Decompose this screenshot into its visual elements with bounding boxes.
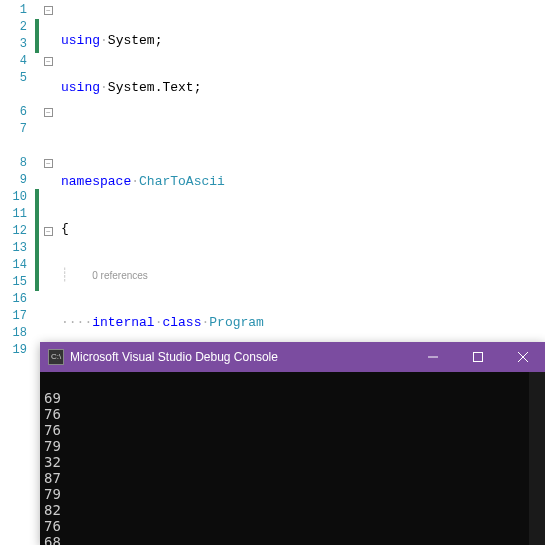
debug-console-window: C:\ Microsoft Visual Studio Debug Consol…: [40, 342, 545, 545]
code-line: using·System;: [61, 32, 545, 49]
code-area[interactable]: using·System; using·System.Text; namespa…: [61, 0, 545, 342]
fold-toggle-icon[interactable]: −: [44, 108, 53, 117]
fold-column: − − − − −: [41, 0, 61, 342]
maximize-button[interactable]: [455, 342, 500, 372]
code-line: using·System.Text;: [61, 79, 545, 96]
fold-toggle-icon[interactable]: −: [44, 57, 53, 66]
fold-toggle-icon[interactable]: −: [44, 159, 53, 168]
console-app-icon: C:\: [48, 349, 64, 365]
code-line: {: [61, 220, 545, 237]
codelens-references[interactable]: ┊ 0 references: [61, 267, 545, 284]
fold-toggle-icon[interactable]: −: [44, 227, 53, 236]
code-line: ····internal·class·Program: [61, 314, 545, 331]
code-line: namespace·CharToAscii: [61, 173, 545, 190]
code-line: [61, 126, 545, 143]
console-titlebar[interactable]: C:\ Microsoft Visual Studio Debug Consol…: [40, 342, 545, 372]
minimize-button[interactable]: [410, 342, 455, 372]
console-scrollbar[interactable]: [529, 372, 545, 545]
close-button[interactable]: [500, 342, 545, 372]
fold-toggle-icon[interactable]: −: [44, 6, 53, 15]
console-output[interactable]: 69 76 76 79 32 87 79 82 76 68: [40, 372, 545, 545]
line-number-gutter: 1 2 3 4 5 6 7 8 9 10 11 12 13 14 15 16 1…: [0, 0, 35, 342]
code-editor[interactable]: 1 2 3 4 5 6 7 8 9 10 11 12 13 14 15 16 1…: [0, 0, 545, 342]
svg-rect-1: [473, 353, 482, 362]
console-title: Microsoft Visual Studio Debug Console: [70, 350, 410, 364]
